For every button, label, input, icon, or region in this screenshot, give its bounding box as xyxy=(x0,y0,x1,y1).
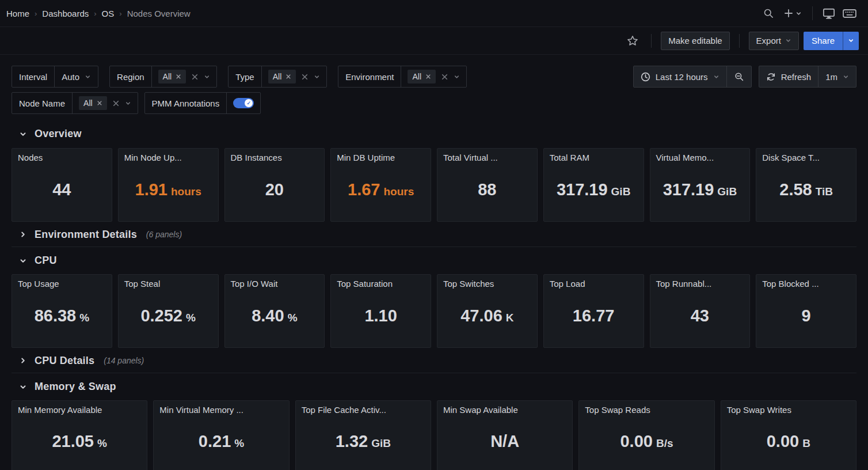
stat-value: 2.58TiB xyxy=(779,180,833,199)
breadcrumb-os[interactable]: OS xyxy=(102,9,115,18)
stat-panel-virtual-memory: Virtual Memo... 317.19GiB xyxy=(650,148,751,222)
interval-filter-value[interactable]: Auto xyxy=(55,72,98,82)
environment-filter: Environment All xyxy=(338,66,467,88)
stat-value: 16.77 xyxy=(573,306,615,325)
node-name-filter-chip[interactable]: All xyxy=(79,96,107,110)
close-icon[interactable] xyxy=(285,74,291,79)
clock-icon xyxy=(641,72,650,82)
kiosk-mode-button[interactable] xyxy=(820,4,838,22)
export-button-label: Export xyxy=(756,36,781,46)
chevron-down-icon xyxy=(19,130,27,138)
stat-panel-top-blocked: Top Blocked ... 9 xyxy=(756,274,856,348)
search-button[interactable] xyxy=(759,4,778,22)
make-editable-button[interactable]: Make editable xyxy=(661,32,729,50)
zoom-out-time-button[interactable] xyxy=(726,66,751,87)
type-filter-chip[interactable]: All xyxy=(268,70,296,84)
favorite-button[interactable] xyxy=(623,32,642,50)
chevron-down-icon[interactable] xyxy=(454,74,460,80)
panel-title[interactable]: Min Node Up... xyxy=(119,149,218,162)
breadcrumb-home[interactable]: Home xyxy=(6,9,29,18)
breadcrumb-dashboards[interactable]: Dashboards xyxy=(42,9,89,18)
stat-panel-top-file-cache-active: Top File Cache Activ... 1.32GiB xyxy=(295,400,431,470)
dashboard-body: Overview Nodes 44 Min Node Up... 1.91hou… xyxy=(0,128,868,470)
export-button[interactable]: Export xyxy=(749,32,799,50)
stat-panel-db-instances: DB Instances 20 xyxy=(224,148,325,222)
stat-panel-top-io-wait: Top I/O Wait 8.40% xyxy=(224,274,325,348)
panel-title[interactable]: Top Load xyxy=(544,275,644,289)
refresh-interval-picker[interactable]: 1m xyxy=(818,66,856,87)
close-icon[interactable] xyxy=(425,74,431,79)
stat-value: 86.38% xyxy=(35,306,89,325)
panel-title[interactable]: Top Blocked ... xyxy=(756,275,856,289)
share-button[interactable]: Share xyxy=(804,32,843,50)
refresh-icon xyxy=(766,72,776,82)
region-filter-label: Region xyxy=(110,66,152,87)
chevron-right-icon xyxy=(19,357,27,365)
stat-panel-top-switches: Top Switches 47.06K xyxy=(437,274,538,348)
stat-panel-top-runnable: Top Runnabl... 43 xyxy=(650,274,751,348)
node-name-filter: Node Name All xyxy=(12,92,138,114)
environment-filter-chip[interactable]: All xyxy=(408,70,436,84)
chevron-down-icon[interactable] xyxy=(314,74,320,80)
panel-title[interactable]: Top Swap Reads xyxy=(579,401,714,415)
stat-panel-nodes: Nodes 44 xyxy=(12,148,112,222)
stat-value: 0.21% xyxy=(199,432,244,451)
panel-title[interactable]: Top Steal xyxy=(119,275,218,289)
panel-title[interactable]: Disk Space T... xyxy=(756,149,856,162)
keyboard-shortcuts-button[interactable] xyxy=(840,4,859,22)
keyboard-icon xyxy=(843,8,856,19)
section-title: CPU xyxy=(35,255,57,267)
search-icon xyxy=(763,7,774,19)
panel-title[interactable]: Top Usage xyxy=(12,275,112,289)
chevron-down-icon xyxy=(713,74,719,80)
section-cpu-details[interactable]: CPU Details (14 panels) xyxy=(12,355,856,373)
refresh-label: Refresh xyxy=(781,72,812,82)
panel-title[interactable]: Top Switches xyxy=(437,275,537,289)
panel-title[interactable]: Top I/O Wait xyxy=(225,275,325,289)
section-title: Memory & Swap xyxy=(35,381,116,393)
region-filter-chip[interactable]: All xyxy=(158,70,186,84)
close-icon[interactable] xyxy=(176,74,181,79)
close-icon[interactable] xyxy=(97,100,102,106)
panel-title[interactable]: DB Instances xyxy=(225,149,325,162)
share-options-button[interactable] xyxy=(843,32,859,50)
panel-title[interactable]: Total RAM xyxy=(544,149,644,162)
stat-value: 317.19GiB xyxy=(663,180,737,199)
chevron-down-icon[interactable] xyxy=(125,100,131,107)
node-name-clear-icon[interactable] xyxy=(112,100,120,107)
memory-panels-row: Min Memory Available 21.05% Min Virtual … xyxy=(12,400,856,470)
panel-title[interactable]: Min Virtual Memory ... xyxy=(154,401,288,415)
section-environment-details[interactable]: Environment Details (6 panels) xyxy=(12,229,856,247)
panel-title[interactable]: Min Swap Available xyxy=(437,401,572,415)
panel-title[interactable]: Top File Cache Activ... xyxy=(296,401,431,415)
region-clear-icon[interactable] xyxy=(191,73,199,81)
panel-title[interactable]: Min DB Uptime xyxy=(331,149,431,162)
divider xyxy=(651,34,652,48)
panel-title[interactable]: Top Swap Writes xyxy=(721,401,856,415)
stat-panel-min-virtual-memory: Min Virtual Memory ... 0.21% xyxy=(153,400,289,470)
environment-filter-label: Environment xyxy=(338,66,401,87)
section-cpu[interactable]: CPU xyxy=(12,255,856,267)
section-title: Overview xyxy=(35,128,82,140)
panel-title[interactable]: Nodes xyxy=(12,149,112,162)
section-overview[interactable]: Overview xyxy=(12,128,856,140)
stat-value: 43 xyxy=(691,306,709,325)
panel-title[interactable]: Total Virtual ... xyxy=(437,149,537,162)
add-new-button[interactable] xyxy=(780,4,805,22)
chevron-down-icon[interactable] xyxy=(204,74,210,80)
environment-chip-value: All xyxy=(412,72,421,81)
panel-title[interactable]: Min Memory Available xyxy=(12,401,147,415)
stat-value: 0.00B/s xyxy=(620,432,673,451)
panel-title[interactable]: Virtual Memo... xyxy=(650,149,750,162)
stat-panel-min-db-uptime: Min DB Uptime 1.67hours xyxy=(330,148,431,222)
panel-title[interactable]: Top Saturation xyxy=(331,275,431,289)
stat-value: 88 xyxy=(478,180,496,199)
time-range-picker[interactable]: Last 12 hours xyxy=(634,66,726,87)
panel-title[interactable]: Top Runnabl... xyxy=(650,275,750,289)
environment-clear-icon[interactable] xyxy=(441,73,448,81)
refresh-button[interactable]: Refresh xyxy=(759,66,818,87)
type-clear-icon[interactable] xyxy=(301,73,309,81)
pmm-annotations-toggle[interactable]: ✓ xyxy=(233,98,254,108)
section-title: CPU Details xyxy=(35,355,94,367)
section-memory-swap[interactable]: Memory & Swap xyxy=(12,381,856,393)
